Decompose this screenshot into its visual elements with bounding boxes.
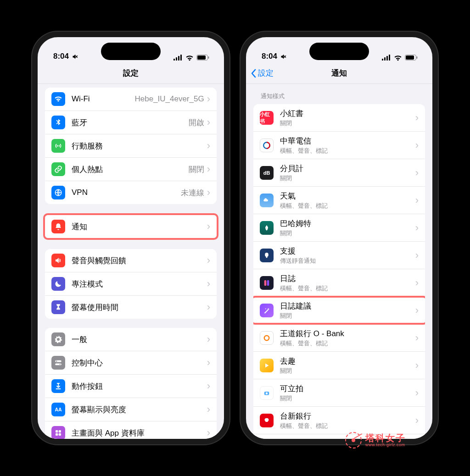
app-label: 日誌 <box>280 273 415 284</box>
app-label: 天氣 <box>280 191 415 201</box>
chevron-right-icon: › <box>415 140 419 150</box>
svg-rect-24 <box>417 56 418 59</box>
app-label: 小紅書 <box>280 108 415 119</box>
settings-row-brightness[interactable]: AA螢幕顯示與亮度› <box>45 398 217 421</box>
app-row[interactable]: dB分貝計關閉› <box>253 159 425 187</box>
svg-point-11 <box>60 364 61 365</box>
section-header: 通知樣式 <box>253 84 425 104</box>
app-sub: 橫幅、聲音、標記 <box>280 147 415 155</box>
app-label: 台新銀行 <box>280 411 415 421</box>
settings-row-bluetooth[interactable]: 藍牙開啟› <box>45 111 217 134</box>
svg-rect-1 <box>176 57 177 61</box>
nav-back-button[interactable]: 設定 <box>251 68 274 78</box>
row-label: 控制中心 <box>72 358 207 368</box>
switches-icon <box>51 356 65 370</box>
chevron-right-icon: › <box>207 221 210 232</box>
app-label: 日誌建議 <box>280 301 415 311</box>
app-row[interactable]: 日誌橫幅、聲音、標記› <box>253 269 425 297</box>
status-time: 8:04 <box>53 52 69 61</box>
app-row[interactable]: 可立拍關閉› <box>253 379 425 407</box>
chevron-right-icon: › <box>207 334 210 344</box>
settings-row-antenna[interactable]: 行動服務› <box>45 134 217 158</box>
settings-row-wifi[interactable]: Wi-FiHebe_IU_4ever_5G› <box>45 88 217 111</box>
row-label: 行動服務 <box>72 141 207 151</box>
svg-point-10 <box>56 361 57 362</box>
settings-content[interactable]: Wi-FiHebe_IU_4ever_5G›藍牙開啟›行動服務›個人熱點關閉›V… <box>38 84 224 439</box>
apps-icon <box>51 426 65 439</box>
svg-rect-15 <box>56 433 58 436</box>
app-sub: 關閉 <box>280 229 415 238</box>
app-row[interactable]: 巴哈姆特關閉› <box>253 214 425 242</box>
watermark: 塔科女子 www.tech-girlz.com <box>345 432 406 448</box>
settings-row-action[interactable]: 動作按鈕› <box>45 375 217 398</box>
svg-rect-0 <box>173 59 175 61</box>
app-row[interactable]: 支援傳送靜音通知› <box>253 242 425 269</box>
app-icon <box>260 276 274 290</box>
app-icon <box>260 138 274 152</box>
row-label: 通知 <box>72 221 207 232</box>
action-icon <box>51 379 65 393</box>
app-row[interactable]: 王道銀行 O - Bank橫幅、聲音、標記› <box>253 324 425 352</box>
settings-row-hourglass[interactable]: 螢幕使用時間› <box>45 296 217 319</box>
settings-row-apps[interactable]: 主畫面與 App 資料庫› <box>45 421 217 439</box>
app-sub: 橫幅、聲音、標記 <box>280 339 415 348</box>
app-row[interactable]: 日誌建議關閉› <box>253 297 425 324</box>
row-label: 動作按鈕 <box>72 381 207 392</box>
svg-rect-20 <box>386 56 388 61</box>
app-sub: 橫幅、聲音、標記 <box>280 202 415 210</box>
app-sub: 橫幅、聲音、標記 <box>280 422 415 430</box>
chevron-right-icon: › <box>207 381 210 391</box>
silent-mode-icon <box>280 53 287 60</box>
app-icon <box>260 359 274 372</box>
row-detail: 開啟 <box>189 117 204 128</box>
chevron-right-icon: › <box>207 188 210 198</box>
chevron-right-icon: › <box>207 428 210 438</box>
settings-row-switches[interactable]: 控制中心› <box>45 351 217 375</box>
settings-row-globe[interactable]: VPN未連線› <box>45 181 217 204</box>
cellular-icon <box>173 55 183 61</box>
app-row[interactable]: 台新銀行橫幅、聲音、標記› <box>253 407 425 434</box>
settings-row-bell[interactable]: 通知› <box>45 215 217 238</box>
settings-row-gear[interactable]: 一般› <box>45 328 217 351</box>
speaker-icon <box>51 254 65 267</box>
silent-mode-icon <box>72 53 78 60</box>
row-label: 主畫面與 App 資料庫 <box>72 428 207 438</box>
app-icon: 小红书 <box>260 111 274 125</box>
settings-row-moon[interactable]: 專注模式› <box>45 272 217 296</box>
app-sub: 關閉 <box>280 367 415 375</box>
globe-icon <box>51 186 65 199</box>
battery-icon <box>196 55 209 61</box>
svg-rect-27 <box>266 256 268 258</box>
app-row[interactable]: 去趣關閉› <box>253 352 425 379</box>
chevron-right-icon: › <box>415 250 419 260</box>
chevron-right-icon: › <box>415 388 419 398</box>
app-row[interactable]: 小红书小紅書關閉› <box>253 104 425 132</box>
cellular-icon <box>382 55 391 61</box>
watermark-title: 塔科女子 <box>365 433 406 443</box>
row-label: 螢幕使用時間 <box>72 302 207 313</box>
nav-back-label: 設定 <box>258 68 274 78</box>
battery-icon <box>405 55 418 61</box>
nav-title: 通知 <box>331 68 347 78</box>
dynamic-island <box>309 43 369 60</box>
chevron-right-icon: › <box>415 415 419 426</box>
row-label: 專注模式 <box>72 279 207 289</box>
settings-row-speaker[interactable]: 聲音與觸覺回饋› <box>45 249 217 272</box>
notifications-content[interactable]: 通知樣式 小红书小紅書關閉›中華電信橫幅、聲音、標記›dB分貝計關閉›天氣橫幅、… <box>246 84 432 439</box>
svg-rect-19 <box>384 57 386 61</box>
chevron-right-icon: › <box>415 305 419 315</box>
svg-rect-3 <box>180 55 182 61</box>
settings-row-link[interactable]: 個人熱點關閉› <box>45 158 217 181</box>
brightness-icon: AA <box>51 403 65 416</box>
hourglass-icon <box>51 300 65 314</box>
chevron-right-icon: › <box>207 94 210 104</box>
app-icon <box>260 386 274 400</box>
chevron-right-icon: › <box>207 141 210 151</box>
phone-right-notifications: 8:04 設定 通知 通知樣式 小红书小紅書關閉›中華電信橫幅、聲音、標記›dB… <box>241 32 438 444</box>
app-row[interactable]: 中華電信橫幅、聲音、標記› <box>253 132 425 159</box>
app-row[interactable]: 天氣橫幅、聲音、標記› <box>253 187 425 214</box>
screen: 8:04 設定 通知 通知樣式 小红书小紅書關閉›中華電信橫幅、聲音、標記›dB… <box>246 37 432 439</box>
svg-text:AA: AA <box>55 407 62 412</box>
app-label: 中華電信 <box>280 136 415 146</box>
watermark-logo-icon <box>345 432 362 448</box>
